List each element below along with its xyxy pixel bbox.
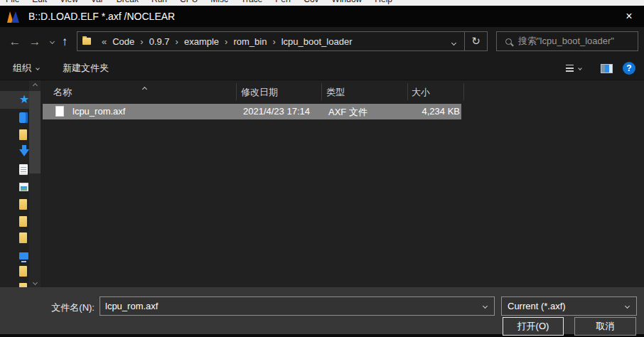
menu-item-var[interactable]: Var (91, 0, 104, 5)
preview-pane-icon (601, 64, 613, 73)
menu-item-cpu[interactable]: CPU (180, 0, 198, 5)
chevron-down-icon (36, 66, 40, 70)
menu-item-help[interactable]: Help (375, 0, 392, 5)
sidebar-item-pictures[interactable] (19, 181, 29, 193)
refresh-button[interactable]: ↻ (464, 31, 488, 51)
command-toolbar: 组织 新建文件夹 ? (0, 56, 644, 80)
chevron-down-icon[interactable] (483, 304, 488, 309)
column-divider[interactable] (463, 83, 464, 100)
sidebar-item-folder[interactable] (19, 215, 29, 228)
file-name: lcpu_rom.axf (73, 106, 125, 117)
breadcrumb[interactable]: « Code›0.9.7›example›rom_bin›lcpu_boot_l… (77, 31, 465, 51)
sidebar-item-folder[interactable] (19, 129, 29, 141)
column-header-name[interactable]: 名称 (53, 86, 72, 99)
breadcrumb-item-example[interactable]: example (184, 36, 219, 47)
preview-pane-button[interactable] (601, 56, 613, 80)
filename-label: 文件名(N): (21, 301, 95, 314)
menu-item-misc[interactable]: Misc (210, 0, 228, 5)
view-mode-button[interactable] (566, 56, 581, 80)
folder-icon (19, 232, 27, 243)
column-header-type[interactable]: 类型 (326, 86, 345, 99)
navigation-bar: ← → ↑ « Code›0.9.7›example›rom_bin›lcpu_… (0, 27, 644, 56)
menu-item-perf[interactable]: Perf (275, 0, 291, 5)
menu-item-trace[interactable]: Trace (241, 0, 262, 5)
dialog-title: B::D.LOAD.ELF *.axf /NOCLEAR (28, 11, 175, 22)
sidebar-item-folder[interactable] (19, 265, 29, 277)
filename-input[interactable]: lcpu_rom.axf (100, 296, 495, 316)
dialog-content: ★ 名称 修改日期 类型 大小 lcpu_rom.axf 2021/4/23 1… (0, 80, 644, 287)
organize-button[interactable]: 组织 (13, 56, 39, 80)
open-button-label: 打开(O) (517, 320, 549, 333)
filetype-select[interactable]: Current (*.axf) (501, 296, 637, 316)
breadcrumb-dropdown-chevron-icon[interactable] (452, 36, 456, 47)
folder-icon (19, 216, 27, 227)
sidebar-scrollbar[interactable] (29, 80, 41, 287)
documents-icon (19, 164, 28, 175)
breadcrumb-item-code[interactable]: Code (112, 36, 134, 47)
search-icon (505, 38, 512, 45)
sidebar-item-documents[interactable] (19, 164, 29, 176)
dialog-title-bar: B::D.LOAD.ELF *.axf /NOCLEAR × (0, 6, 644, 27)
menu-item-window[interactable]: Window (332, 0, 363, 5)
help-button[interactable]: ? (623, 56, 635, 80)
file-list: 名称 修改日期 类型 大小 lcpu_rom.axf 2021/4/23 17:… (41, 80, 644, 287)
search-placeholder: 搜索"lcpu_boot_loader" (518, 35, 614, 48)
breadcrumb-separator-icon: › (225, 36, 227, 47)
breadcrumb-item-lcpu_boot_loader[interactable]: lcpu_boot_loader (281, 36, 353, 47)
column-header-size[interactable]: 大小 (412, 86, 430, 99)
this-pc-icon (19, 252, 28, 260)
new-folder-button[interactable]: 新建文件夹 (63, 56, 109, 80)
breadcrumb-separator-icon: › (272, 36, 275, 47)
sidebar-item-folder[interactable] (19, 198, 29, 210)
navigation-pane: ★ (0, 80, 41, 287)
sidebar-item-this-pc[interactable] (19, 250, 29, 262)
menu-item-run[interactable]: Run (151, 0, 167, 5)
chevron-down-icon (625, 304, 630, 309)
sidebar-item-folder[interactable] (19, 232, 29, 244)
file-date: 2021/4/23 17:14 (243, 106, 310, 117)
breadcrumb-separator-icon: › (176, 36, 178, 47)
folder-icon (19, 129, 27, 140)
close-icon[interactable]: × (617, 6, 641, 27)
trace32-logo-icon (7, 11, 19, 23)
breadcrumb-item-rom_bin[interactable]: rom_bin (233, 36, 267, 47)
column-divider[interactable] (236, 83, 237, 100)
filename-value: lcpu_rom.axf (105, 301, 158, 311)
cancel-button[interactable]: 取消 (574, 317, 636, 336)
app-menu-strip: FileEditViewVarBreakRunCPUMiscTracePerfC… (0, 0, 644, 6)
column-divider[interactable] (321, 83, 322, 100)
list-view-icon (566, 65, 574, 72)
scroll-up-icon[interactable] (29, 80, 41, 90)
scroll-down-icon[interactable] (29, 277, 41, 287)
menu-item-view[interactable]: View (60, 0, 78, 5)
sidebar-item-quick-access-star[interactable]: ★ (19, 93, 29, 105)
column-divider[interactable] (407, 83, 408, 100)
table-row[interactable]: lcpu_rom.axf 2021/4/23 17:14 AXF 文件 4,23… (43, 104, 461, 119)
column-header-date[interactable]: 修改日期 (241, 86, 278, 99)
breadcrumb-item-0.9.7[interactable]: 0.9.7 (149, 36, 170, 47)
menu-item-cov[interactable]: Cov (304, 0, 318, 5)
folder-icon (19, 266, 27, 277)
sidebar-item-folder[interactable] (19, 282, 29, 287)
open-button[interactable]: 打开(O) (503, 317, 564, 336)
pictures-icon (19, 183, 28, 191)
sidebar-item-downloads-arrow[interactable] (19, 144, 29, 156)
breadcrumb-separator-icon: › (140, 36, 143, 47)
menu-item-file[interactable]: File (6, 0, 19, 5)
menu-item-break[interactable]: Break (117, 0, 139, 5)
menu-item-edit[interactable]: Edit (32, 0, 47, 5)
file-icon (55, 106, 64, 117)
breadcrumb-overflow[interactable]: « (102, 36, 107, 47)
search-box[interactable]: 搜索"lcpu_boot_loader" (496, 31, 638, 51)
sidebar-item-desktop[interactable] (19, 112, 29, 124)
new-folder-label: 新建文件夹 (63, 62, 109, 75)
help-icon: ? (623, 62, 635, 75)
folder-icon (19, 199, 27, 210)
up-button[interactable]: ↑ (55, 27, 74, 56)
file-size: 4,234 KB (384, 106, 460, 117)
chevron-down-icon (578, 66, 582, 70)
downloads-arrow-icon (19, 149, 29, 156)
scrollbar-thumb[interactable] (29, 91, 41, 173)
forward-button[interactable]: → (26, 27, 44, 56)
back-button[interactable]: ← (6, 27, 24, 56)
